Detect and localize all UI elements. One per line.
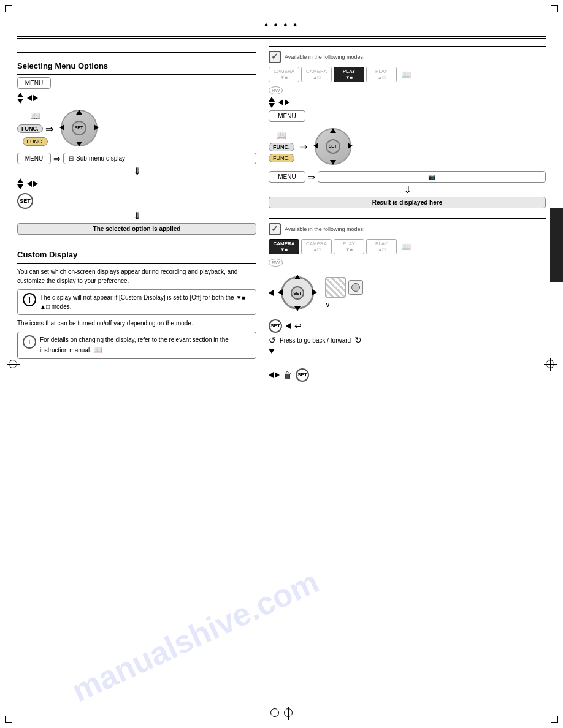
arrow-right1: ⇒ [45,123,53,135]
large-set-center[interactable]: SET [291,286,304,300]
mode-camera-still1: CAMERA ▲□ [301,67,332,82]
section1-title: Selecting Menu Options [17,61,256,70]
zebra-pattern [325,277,346,298]
mode-camera-video2: CAMERA ▼■ [269,239,299,254]
section-custom-display: Custom Display You can set which on-scre… [17,240,256,359]
lr-arrows [27,95,38,101]
set-btn1[interactable]: SET [17,193,33,209]
large-nav-cross[interactable]: SET [276,271,319,314]
result-box: The selected option is applied [17,223,256,235]
submenu-icon-r1: MENU ⇒ 📷 [269,171,546,183]
rw-badge1: RW [269,86,283,94]
arrow-r1: ⇒ [299,141,307,153]
delete-icon-label: 🗑 [283,370,292,380]
right-reg-marks [546,360,554,368]
camera-still-icon1: CAMERA [305,69,328,74]
corner-mark-bl [5,716,12,723]
info-text: For details on changing the display, ref… [40,335,251,355]
play-video-icon2: PLAY [337,241,361,246]
circle-icon-box [348,280,363,295]
c-arrow-row: ↺ Press to go back / forward ↻ [269,335,546,345]
book-ref-icon: 📖 [93,346,102,354]
lr-arrows2 [27,181,38,187]
ct-r1 [330,127,336,134]
cl-r1 [313,143,318,150]
cross-with-left: SET [269,271,319,314]
menu-box-r1: MENU [269,110,305,122]
down-v-arrow [269,347,546,355]
circle-icon [351,283,360,292]
lcr [312,289,317,297]
menu-step-r1: MENU [269,110,546,122]
mode-camera-video1: CAMERA ▼■ [269,67,299,82]
nav-row2 [17,178,256,189]
step-label-r1: MENU [269,171,305,183]
func-row2: FUNC. [23,137,48,146]
down-tri-arrow [269,349,275,354]
mode-play-video1: PLAY ▼■ [334,67,364,82]
set-btn3[interactable]: SET [296,368,309,382]
reg-v-line-left [275,707,275,720]
warning-box: ! The display will not appear if [Custom… [17,289,256,315]
right-arrow2 [33,181,38,187]
cam-mode-sub4: ▲□ [313,247,321,252]
check-icon1 [269,51,281,63]
step1-box: MENU [17,77,51,89]
func-nav-row: 📖 FUNC. ⇒ FUNC. SET [17,107,256,149]
reg-circle-mid-left [9,360,17,368]
arrow-right2: ⇒ [53,154,61,164]
chevron-down: ∨ [325,300,331,309]
c-arrow-desc: Press to go back / forward [280,337,351,344]
func-row1: FUNC. ⇒ [17,123,53,135]
section2-body2: The icons that can be turned on/off vary… [17,319,256,328]
spacer1 [269,355,546,365]
func-oval-r1[interactable]: FUNC. [269,154,294,162]
right-final [275,372,280,378]
cam-mode-sub2: ▲□ [313,75,321,80]
step1-row: MENU [17,77,256,89]
left-reg-marks [9,360,17,368]
rw-row1: RW [269,86,546,94]
avail-modes-row1: Available in the following modes: [269,51,546,63]
top-divider2 [17,38,546,39]
mode-play-video2: PLAY ▼■ [334,239,364,254]
submenu-icon-r1: 📷 [428,173,435,180]
warning-text: The display will not appear if [Custom D… [40,293,251,311]
final-step-row: 🗑 SET [269,368,546,382]
play-video-icon1: PLAY [337,69,361,74]
book-ref2: 📖 [401,242,411,251]
book-icon: 📖 [30,111,40,121]
section2-title: Custom Display [17,250,256,259]
section2-underline [17,263,256,264]
left-final [269,372,274,378]
cb-r1 [330,159,336,166]
func-row1-r1: FUNC. [269,143,294,151]
corner-mark-tl [5,5,12,12]
right-sidebar-tab [550,208,563,282]
mode-buttons-row1: CAMERA ▼■ CAMERA ▲□ PLAY ▼■ PLAY ▲□ [269,67,546,82]
info-box: i For details on changing the display, r… [17,332,256,359]
book-ref1: 📖 [401,70,411,79]
play-mode-sub3: ▼■ [345,247,353,252]
func-btn1[interactable]: FUNC. [17,124,43,133]
set-center-btn[interactable]: SET [72,121,86,135]
set-btn2[interactable]: SET [269,319,282,333]
check-icon2 [269,223,281,235]
nav-cross[interactable]: SET [58,107,100,149]
func-btn-r1[interactable]: FUNC. [269,143,294,151]
section1-underline [17,74,256,75]
ud-lr-row-r1 [269,97,546,108]
mode-buttons-row2: CAMERA ▼■ CAMERA ▲□ PLAY ▼■ PLAY ▲□ [269,239,546,254]
play-still-icon2: PLAY [370,241,393,246]
set-center-r1[interactable]: SET [326,139,340,154]
mode-camera-still2: CAMERA ▲□ [301,239,332,254]
cross-top-arrow [76,108,82,116]
submenu-row: MENU ⇒ ⊟ Sub-menu display [17,153,256,164]
reg-h-mid-right [544,364,557,365]
nav-cross-r1[interactable]: SET [312,126,354,167]
func-btn2[interactable]: FUNC. [23,137,48,146]
reg-circle-right [284,708,293,717]
submenu-box-r1: 📷 [318,171,546,183]
left-column: Selecting Menu Options MENU [17,46,256,382]
section2-body-text: You can set which on-screen displays app… [17,267,256,286]
